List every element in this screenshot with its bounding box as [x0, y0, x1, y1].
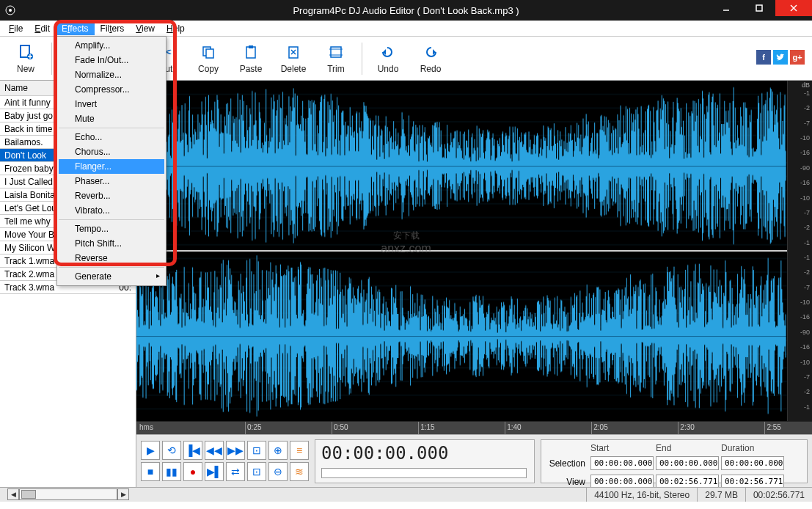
- menu-item-phaser[interactable]: Phaser...: [59, 174, 164, 188]
- scroll-right-icon[interactable]: ▶: [117, 488, 129, 500]
- svg-rect-17: [331, 47, 341, 57]
- svg-rect-13: [249, 45, 253, 48]
- sel-start[interactable]: 00:00:00.000: [590, 456, 654, 470]
- menu-item-mute[interactable]: Mute: [59, 111, 164, 126]
- waveform-display[interactable]: dB -1-2-7-10-16-90-16-10-7-2-1-1-2-7-10-…: [136, 81, 812, 421]
- progress-bar[interactable]: [321, 468, 527, 478]
- close-button[interactable]: [775, 0, 812, 16]
- menu-item-normalize[interactable]: Normalize...: [59, 67, 164, 82]
- spectrum-button[interactable]: ≡: [290, 441, 309, 460]
- transport-buttons: ▶ ⟲ ▐◀ ◀◀ ▶▶ ⊡ ⊕ ≡ ■ ▮▮ ● ▶▌ ⇄ ⊡ ⊖ ≋: [141, 441, 309, 481]
- play-button[interactable]: ▶: [141, 441, 160, 460]
- scroll-left-icon[interactable]: ◀: [7, 488, 19, 500]
- transport-panel: ▶ ⟲ ▐◀ ◀◀ ▶▶ ⊡ ⊕ ≡ ■ ▮▮ ● ▶▌ ⇄ ⊡ ⊖ ≋ 00:…: [136, 434, 812, 487]
- menu-item-tempo[interactable]: Tempo...: [59, 221, 164, 236]
- sel-dur[interactable]: 00:00:00.000: [721, 456, 784, 470]
- menu-item-amplify[interactable]: Amplify...: [59, 38, 164, 53]
- menu-edit[interactable]: Edit: [29, 22, 56, 35]
- rewind-button[interactable]: ◀◀: [205, 441, 224, 460]
- delete-icon: [285, 43, 302, 61]
- menu-item-generate[interactable]: Generate: [59, 269, 164, 284]
- menu-item-invert[interactable]: Invert: [59, 97, 164, 111]
- menu-help[interactable]: Help: [161, 22, 191, 35]
- maximize-button[interactable]: [742, 0, 775, 16]
- menu-item-reverb[interactable]: Reverb...: [59, 188, 164, 203]
- delete-button[interactable]: Delete: [272, 38, 315, 79]
- statusbar: ◀ ▶ 44100 Hz, 16-bit, Stereo 29.7 MB 00:…: [0, 487, 812, 502]
- copy-button[interactable]: Copy: [187, 38, 230, 79]
- stop-button[interactable]: ■: [141, 462, 160, 481]
- clock-display: 00:00:00.000: [321, 443, 528, 464]
- titlebar: Program4Pc DJ Audio Editor ( Don't Look …: [0, 0, 812, 21]
- menu-item-flanger[interactable]: Flanger...: [59, 159, 164, 174]
- menu-file[interactable]: File: [3, 22, 29, 35]
- skip-start-button[interactable]: ▐◀: [183, 441, 202, 460]
- record-button[interactable]: ●: [183, 462, 202, 481]
- effects-menu: Amplify...Fade In/Out...Normalize...Comp…: [56, 36, 167, 286]
- menu-filters[interactable]: Filters: [95, 22, 131, 35]
- undo-icon: [379, 43, 397, 61]
- undo-button[interactable]: Undo: [367, 38, 409, 79]
- twitter-button[interactable]: [773, 50, 788, 65]
- menu-item-vibrato[interactable]: Vibrato...: [59, 203, 164, 218]
- googleplus-button[interactable]: g+: [790, 50, 805, 65]
- redo-icon: [422, 43, 439, 61]
- step-button[interactable]: ⇄: [226, 462, 245, 481]
- menu-item-reverse[interactable]: Reverse: [59, 251, 164, 266]
- menu-item-echo[interactable]: Echo...: [59, 130, 164, 144]
- db-scale: dB -1-2-7-10-16-90-16-10-7-2-1-1-2-7-10-…: [787, 81, 812, 421]
- facebook-button[interactable]: f: [756, 50, 771, 65]
- social-links: f g+: [756, 50, 805, 65]
- sidebar-scrollbar[interactable]: ◀ ▶: [7, 488, 129, 500]
- menu-effects[interactable]: Effects: [56, 22, 94, 35]
- redo-button[interactable]: Redo: [409, 38, 452, 79]
- menu-item-chorus[interactable]: Chorus...: [59, 144, 164, 159]
- svg-point-1: [9, 9, 12, 12]
- trim-button[interactable]: Trim: [315, 38, 357, 79]
- new-label: New: [17, 64, 34, 74]
- zoom-fit-button[interactable]: ⊡: [247, 441, 266, 460]
- waveform-view-button[interactable]: ≋: [290, 462, 309, 481]
- minimize-button[interactable]: [709, 0, 742, 16]
- skip-end-button[interactable]: ▶▌: [205, 462, 224, 481]
- window-controls: [709, 0, 812, 16]
- svg-rect-11: [206, 49, 213, 58]
- svg-rect-12: [246, 47, 255, 58]
- sel-end[interactable]: 00:00:00.000: [656, 456, 719, 470]
- status-size: 29.7 MB: [697, 488, 745, 502]
- waveform-area: dB -1-2-7-10-16-90-16-10-7-2-1-1-2-7-10-…: [136, 81, 812, 487]
- range-panel: Start End Duration Selection 00:00:00.00…: [541, 439, 808, 483]
- clock-panel: 00:00:00.000: [315, 439, 535, 483]
- forward-button[interactable]: ▶▶: [226, 441, 245, 460]
- svg-rect-3: [756, 5, 762, 11]
- zoom-in-button[interactable]: ⊕: [268, 441, 288, 460]
- app-icon: [4, 4, 16, 16]
- zoom-out-button[interactable]: ⊖: [268, 462, 288, 481]
- pause-button[interactable]: ▮▮: [162, 462, 181, 481]
- window-title: Program4Pc DJ Audio Editor ( Don't Look …: [293, 5, 519, 16]
- paste-icon: [242, 43, 260, 61]
- paste-button[interactable]: Paste: [230, 38, 272, 79]
- loop-button[interactable]: ⟲: [162, 441, 181, 460]
- menu-item-pitchshift[interactable]: Pitch Shift...: [59, 236, 164, 251]
- menubar: File Edit Effects Filters View Help: [0, 21, 812, 37]
- copy-icon: [200, 43, 217, 61]
- new-button[interactable]: New: [4, 38, 47, 79]
- timeline[interactable]: hms 0:250:501:151:402:052:302:55: [136, 421, 812, 434]
- menu-item-compressor[interactable]: Compressor...: [59, 82, 164, 97]
- trim-icon: [327, 43, 345, 61]
- menu-item-fadeinout[interactable]: Fade In/Out...: [59, 53, 164, 67]
- new-icon: [17, 43, 34, 61]
- zoom-sel-button[interactable]: ⊡: [247, 462, 266, 481]
- status-format: 44100 Hz, 16-bit, Stereo: [586, 488, 697, 502]
- status-duration: 00:02:56.771: [745, 488, 812, 502]
- menu-view[interactable]: View: [130, 22, 161, 35]
